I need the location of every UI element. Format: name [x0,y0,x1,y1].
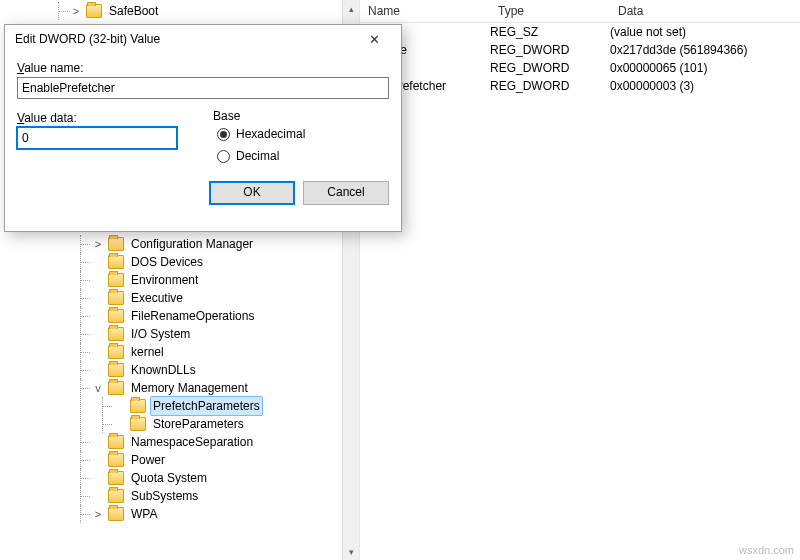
value-name-label: Value name: [17,61,389,75]
tree-item[interactable]: KnownDLLs [92,361,359,379]
folder-icon [108,291,124,305]
folder-icon [108,255,124,269]
folder-icon [108,489,124,503]
list-row[interactable]: ootIdREG_DWORD0x00000065 (101) [360,59,800,77]
tree-item[interactable]: PrefetchParameters [114,397,359,415]
folder-icon [108,435,124,449]
scroll-down-icon[interactable]: ▾ [343,543,360,560]
tree-item-label: I/O System [128,325,193,343]
folder-icon [86,4,102,18]
folder-icon [130,417,146,431]
cell-data: 0x217dd3de (561894366) [610,43,800,57]
tree-item[interactable]: kernel [92,343,359,361]
tree-item[interactable]: SubSystems [92,487,359,505]
tree-item-label: Power [128,451,168,469]
tree-item-safeboot[interactable]: > SafeBoot [70,2,359,20]
tree-item[interactable]: StoreParameters [114,415,359,433]
scroll-up-icon[interactable]: ▴ [343,0,360,17]
radio-icon [217,128,230,141]
tree-item[interactable]: I/O System [92,325,359,343]
folder-icon [108,453,124,467]
tree-item[interactable]: Executive [92,289,359,307]
chevron-right-icon[interactable]: > [92,505,104,523]
value-data-label: Value data: [17,111,177,125]
tree-item-label: PrefetchParameters [150,396,263,416]
watermark: wsxdn.com [739,544,794,556]
base-group: Base Hexadecimal Decimal [213,109,389,167]
folder-icon [108,345,124,359]
tree-item-label: Environment [128,271,201,289]
cell-type: REG_DWORD [490,61,610,75]
tree-item-label: NamespaceSeparation [128,433,256,451]
folder-icon [108,363,124,377]
tree-item-label: StoreParameters [150,415,247,433]
radio-decimal[interactable]: Decimal [217,145,389,167]
folder-icon [108,237,124,251]
cancel-button[interactable]: Cancel [303,181,389,205]
cell-type: REG_SZ [490,25,610,39]
tree-item[interactable]: vMemory Management [92,379,359,397]
base-label: Base [213,109,389,123]
folder-icon [108,273,124,287]
value-data-field[interactable] [17,127,177,149]
tree-item[interactable]: NamespaceSeparation [92,433,359,451]
tree-item[interactable]: >Configuration Manager [92,235,359,253]
col-header-type[interactable]: Type [490,0,610,22]
radio-icon [217,150,230,163]
radio-label: Hexadecimal [236,127,305,141]
tree-item-label: KnownDLLs [128,361,199,379]
cell-data: 0x00000065 (101) [610,61,800,75]
list-pane: Name Type Data efault)REG_SZ(value not s… [360,0,800,560]
tree-item-label: FileRenameOperations [128,307,257,325]
tree-item-label: SubSystems [128,487,201,505]
tree-item-label: kernel [128,343,167,361]
cell-type: REG_DWORD [490,79,610,93]
ok-button[interactable]: OK [209,181,295,205]
folder-icon [108,471,124,485]
list-header: Name Type Data [360,0,800,23]
folder-icon [130,399,146,413]
tree-item-label: SafeBoot [106,2,161,20]
list-row[interactable]: efault)REG_SZ(value not set) [360,23,800,41]
tree-item-label: Configuration Manager [128,235,256,253]
tree-item-label: Quota System [128,469,210,487]
radio-label: Decimal [236,149,279,163]
folder-icon [108,381,124,395]
cell-type: REG_DWORD [490,43,610,57]
col-header-data[interactable]: Data [610,0,800,22]
tree-item[interactable]: FileRenameOperations [92,307,359,325]
tree-item[interactable]: Power [92,451,359,469]
tree-item-label: Executive [128,289,186,307]
dialog-title: Edit DWORD (32-bit) Value [15,32,160,46]
tree-item[interactable]: >WPA [92,505,359,523]
expand-icon[interactable]: > [70,2,82,20]
list-row[interactable]: ablePrefetcherREG_DWORD0x00000003 (3) [360,77,800,95]
tree-item[interactable]: DOS Devices [92,253,359,271]
col-header-name[interactable]: Name [360,0,490,22]
folder-icon [108,309,124,323]
radio-hexadecimal[interactable]: Hexadecimal [217,123,389,145]
tree-item-label: Memory Management [128,379,251,397]
chevron-down-icon[interactable]: v [92,379,104,397]
cell-data: (value not set) [610,25,800,39]
tree-item[interactable]: Environment [92,271,359,289]
dialog-titlebar: Edit DWORD (32-bit) Value ✕ [5,25,401,53]
chevron-right-icon[interactable]: > [92,235,104,253]
tree-item[interactable]: Quota System [92,469,359,487]
close-icon[interactable]: ✕ [353,28,395,50]
list-row[interactable]: seTimeREG_DWORD0x217dd3de (561894366) [360,41,800,59]
cell-data: 0x00000003 (3) [610,79,800,93]
tree-item-label: DOS Devices [128,253,206,271]
tree-item-label: WPA [128,505,160,523]
value-name-field[interactable] [17,77,389,99]
folder-icon [108,327,124,341]
folder-icon [108,507,124,521]
edit-dword-dialog: Edit DWORD (32-bit) Value ✕ Value name: … [4,24,402,232]
